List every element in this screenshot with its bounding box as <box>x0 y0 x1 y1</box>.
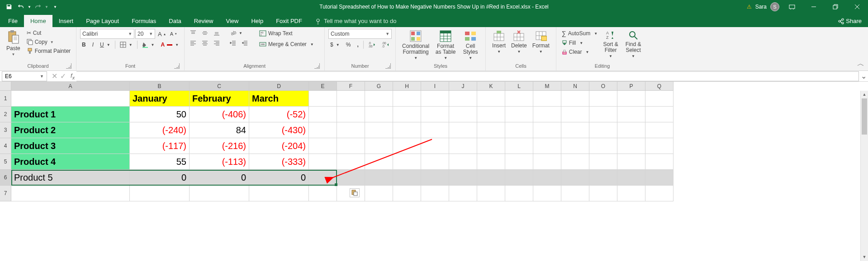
format-as-table-button[interactable]: Format as Table▼ <box>432 29 459 61</box>
cell[interactable] <box>421 107 449 122</box>
select-all-corner[interactable] <box>0 82 11 91</box>
cell[interactable] <box>589 170 617 186</box>
cell[interactable]: (-240) <box>130 122 190 138</box>
cell[interactable] <box>365 138 393 154</box>
format-painter-button[interactable]: Format Painter <box>25 47 72 55</box>
cell[interactable] <box>449 170 477 186</box>
maximize-button[interactable] <box>826 0 844 14</box>
cell[interactable] <box>365 154 393 170</box>
col-header-E[interactable]: E <box>309 82 337 91</box>
col-header-O[interactable]: O <box>589 82 617 91</box>
cell[interactable] <box>393 91 421 107</box>
cell[interactable] <box>393 107 421 122</box>
col-header-C[interactable]: C <box>190 82 249 91</box>
share-button[interactable]: Share <box>831 15 868 27</box>
undo-dropdown[interactable]: ▼ <box>27 1 32 12</box>
cell[interactable] <box>477 170 505 186</box>
autosum-button[interactable]: ∑AutoSum▼ <box>560 29 599 38</box>
cell[interactable] <box>505 91 533 107</box>
cell[interactable] <box>477 122 505 138</box>
tab-foxit-pdf[interactable]: Foxit PDF <box>270 15 308 27</box>
cell[interactable] <box>533 186 561 201</box>
tab-review[interactable]: Review <box>188 15 220 27</box>
cell[interactable] <box>337 107 365 122</box>
cell[interactable] <box>561 138 589 154</box>
cut-button[interactable]: ✂Cut <box>25 29 72 37</box>
row-header-5[interactable]: 5 <box>0 154 11 170</box>
cell[interactable] <box>533 154 561 170</box>
cell[interactable] <box>449 154 477 170</box>
cell[interactable] <box>130 186 190 201</box>
merge-center-button[interactable]: Merge & Center▼ <box>257 40 316 49</box>
cell-styles-button[interactable]: Cell Styles▼ <box>459 29 482 61</box>
cell[interactable]: January <box>130 91 190 107</box>
cell[interactable] <box>533 138 561 154</box>
cell[interactable]: March <box>249 91 309 107</box>
cell[interactable] <box>477 138 505 154</box>
cell[interactable] <box>505 170 533 186</box>
align-bottom-button[interactable] <box>212 29 222 37</box>
cell[interactable] <box>561 122 589 138</box>
cell[interactable] <box>589 154 617 170</box>
worksheet-grid[interactable]: ABCDEFGHIJKLMNOPQ 1234567 JanuaryFebruar… <box>0 82 868 261</box>
enter-formula-button[interactable]: ✓ <box>60 72 66 80</box>
cell[interactable] <box>561 186 589 201</box>
underline-button[interactable]: U▼ <box>98 41 112 49</box>
name-box[interactable]: E6▼ <box>2 71 47 81</box>
cell[interactable] <box>645 122 674 138</box>
cell[interactable]: (-216) <box>190 138 249 154</box>
col-header-N[interactable]: N <box>561 82 589 91</box>
cell[interactable] <box>449 122 477 138</box>
cell[interactable] <box>477 107 505 122</box>
col-header-Q[interactable]: Q <box>645 82 674 91</box>
ribbon-display-button[interactable] <box>783 0 801 14</box>
cell[interactable] <box>309 122 337 138</box>
cell[interactable]: Product 1 <box>11 107 130 122</box>
cell[interactable] <box>421 138 449 154</box>
cell[interactable] <box>505 138 533 154</box>
redo-button[interactable] <box>33 1 43 12</box>
cell[interactable] <box>617 138 645 154</box>
col-header-I[interactable]: I <box>421 82 449 91</box>
cell[interactable] <box>561 170 589 186</box>
cell[interactable] <box>309 138 337 154</box>
cell[interactable] <box>11 91 130 107</box>
cell[interactable] <box>617 186 645 201</box>
cell[interactable]: 0 <box>190 170 249 186</box>
fill-button[interactable]: Fill▼ <box>560 39 599 47</box>
cell[interactable] <box>589 91 617 107</box>
cell[interactable]: (-113) <box>190 154 249 170</box>
cell[interactable] <box>505 154 533 170</box>
cell[interactable] <box>309 186 337 201</box>
cell[interactable] <box>533 170 561 186</box>
cell[interactable] <box>617 154 645 170</box>
cell[interactable] <box>365 186 393 201</box>
cell[interactable] <box>337 122 365 138</box>
accounting-format-button[interactable]: $▼ <box>328 41 342 49</box>
cell[interactable]: 50 <box>130 107 190 122</box>
cell[interactable] <box>337 91 365 107</box>
save-button[interactable] <box>4 1 14 12</box>
cell[interactable]: Product 4 <box>11 154 130 170</box>
tell-me[interactable]: Tell me what you want to do <box>308 15 403 27</box>
tab-page-layout[interactable]: Page Layout <box>80 15 125 27</box>
cell[interactable] <box>421 122 449 138</box>
wrap-text-button[interactable]: abcWrap Text <box>257 29 316 38</box>
col-header-A[interactable]: A <box>11 82 130 91</box>
cell[interactable] <box>561 154 589 170</box>
align-top-button[interactable] <box>188 29 198 37</box>
tab-file[interactable]: File <box>2 15 24 27</box>
cell[interactable]: Product 3 <box>11 138 130 154</box>
decrease-indent-button[interactable] <box>228 39 238 47</box>
cell[interactable] <box>561 91 589 107</box>
delete-cells-button[interactable]: Delete▼ <box>508 29 530 55</box>
formula-bar[interactable] <box>76 71 859 81</box>
align-left-button[interactable] <box>188 39 198 47</box>
align-center-button[interactable] <box>200 39 210 47</box>
tab-help[interactable]: Help <box>245 15 270 27</box>
cell[interactable] <box>505 122 533 138</box>
cell[interactable] <box>365 91 393 107</box>
cell[interactable] <box>617 170 645 186</box>
fx-icon[interactable]: fx <box>69 72 76 80</box>
row-header-3[interactable]: 3 <box>0 122 11 138</box>
